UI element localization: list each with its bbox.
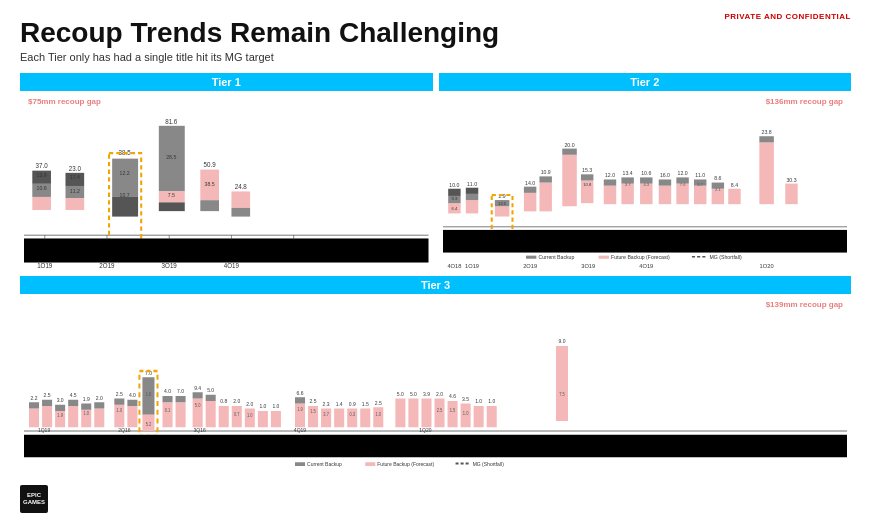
svg-rect-7 [65,198,84,210]
svg-rect-46 [448,189,460,196]
svg-rect-101 [759,136,774,142]
svg-text:3.7: 3.7 [323,411,329,417]
svg-text:1.5: 1.5 [450,408,456,414]
svg-text:0.1: 0.1 [165,408,171,414]
tier3-header: Tier 3 [20,276,851,294]
svg-text:8.6: 8.6 [714,175,721,181]
svg-text:13.4: 13.4 [622,170,632,176]
svg-text:4Q18: 4Q18 [447,263,461,268]
svg-text:10.7: 10.7 [120,192,130,198]
t2-g15: 8.4 [728,181,740,203]
svg-rect-122 [42,406,52,427]
svg-text:1.0: 1.0 [117,408,123,414]
svg-text:23.0: 23.0 [69,164,82,171]
svg-rect-200 [408,398,418,427]
tier2-recoup-gap: $136mm recoup gap [766,97,843,106]
svg-text:4Q19: 4Q19 [224,262,240,268]
svg-text:1Q20: 1Q20 [759,263,773,268]
svg-rect-179 [295,397,305,403]
svg-text:1.5: 1.5 [310,409,316,415]
svg-text:2.0: 2.0 [233,398,240,405]
charts-grid: Tier 1 $75mm recoup gap 37.0 [20,73,851,473]
svg-rect-129 [68,406,78,427]
svg-text:1.9: 1.9 [297,406,303,412]
svg-rect-84 [658,179,670,185]
svg-text:5.0: 5.0 [410,390,417,397]
svg-rect-160 [193,392,203,398]
svg-rect-136 [94,408,104,427]
svg-rect-140 [114,398,124,404]
svg-text:1.0: 1.0 [247,413,253,419]
svg-rect-59 [523,193,535,212]
svg-text:2Q16: 2Q16 [118,427,130,434]
epic-logo: EPICGAMES [20,485,48,513]
svg-rect-69 [580,174,592,180]
svg-rect-166 [219,406,229,427]
svg-rect-156 [176,402,186,427]
svg-text:MG (Shortfall): MG (Shortfall) [473,460,504,467]
svg-text:10.6: 10.6 [641,170,651,176]
svg-rect-62 [539,182,551,211]
svg-text:3Q19: 3Q19 [581,263,595,268]
page-title: Recoup Trends Remain Challenging [20,18,851,49]
svg-text:2.5: 2.5 [310,398,317,405]
svg-rect-221 [295,462,305,466]
t2-g2: 11.0 [465,180,477,213]
svg-text:37.0: 37.0 [36,162,49,169]
svg-rect-164 [206,395,216,401]
svg-text:0.3: 0.3 [349,411,355,417]
epic-logo-text: EPICGAMES [23,492,45,505]
svg-rect-174 [258,411,268,427]
svg-text:0.9: 0.9 [349,400,356,407]
svg-text:1.0: 1.0 [463,410,469,416]
tier2-chart-area: $136mm recoup gap 10.0 9.3 6.4 [439,93,852,268]
tier2-header: Tier 2 [439,73,852,91]
t2-large-right: 23.8 [759,129,774,204]
svg-rect-123 [42,400,52,406]
svg-text:1.9: 1.9 [83,395,90,402]
t2-g8: 12.0 [603,172,615,204]
svg-text:13.9: 13.9 [37,172,47,178]
svg-text:2.5: 2.5 [375,399,382,406]
svg-text:2.0: 2.0 [96,394,103,401]
svg-text:7.5: 7.5 [559,391,565,397]
svg-rect-120 [29,402,39,408]
svg-text:7.5: 7.5 [168,192,175,198]
svg-text:5.0: 5.0 [397,390,404,397]
t3-highlighted: 7.0 1.6 5.2 [139,369,157,436]
svg-rect-130 [68,400,78,406]
svg-rect-202 [421,398,431,427]
svg-text:10.0: 10.0 [449,181,459,187]
svg-text:5.2: 5.2 [146,421,152,427]
svg-text:0.8: 0.8 [220,398,227,405]
svg-text:11.2: 11.2 [70,187,80,193]
svg-text:1.0: 1.0 [83,410,89,416]
tier1-chart-area: $75mm recoup gap 37.0 13.9 10.6 [20,93,433,268]
page-container: PRIVATE AND CONFIDENTIAL Recoup Trends R… [0,0,871,521]
svg-rect-126 [55,405,65,411]
svg-rect-54 [494,206,509,216]
svg-text:1.0: 1.0 [376,411,382,417]
svg-text:11.0: 11.0 [466,180,476,186]
svg-rect-50 [465,200,477,213]
svg-text:1.4: 1.4 [336,400,343,407]
svg-text:1Q20: 1Q20 [419,427,431,434]
svg-text:50.9: 50.9 [204,161,217,168]
svg-rect-217 [556,346,568,421]
svg-rect-207 [448,401,458,427]
tier3-panel: Tier 3 $139mm recoup gap 2.2 2.5 3.01.9 … [20,276,851,473]
t2-large: 20.0 [562,141,577,206]
svg-text:2.0: 2.0 [246,400,253,407]
svg-rect-86 [676,183,688,204]
svg-text:3.9: 3.9 [423,390,430,397]
svg-rect-137 [94,402,104,408]
svg-text:1.5: 1.5 [362,400,369,407]
confidential-label: PRIVATE AND CONFIDENTIAL [724,12,851,21]
svg-text:1.9: 1.9 [57,413,63,419]
svg-text:1Q19: 1Q19 [465,263,479,268]
svg-rect-215 [487,406,497,427]
svg-text:10.6: 10.6 [37,185,47,191]
svg-rect-198 [395,398,405,427]
svg-text:9.4: 9.4 [194,384,201,391]
svg-text:7.6: 7.6 [679,181,685,186]
